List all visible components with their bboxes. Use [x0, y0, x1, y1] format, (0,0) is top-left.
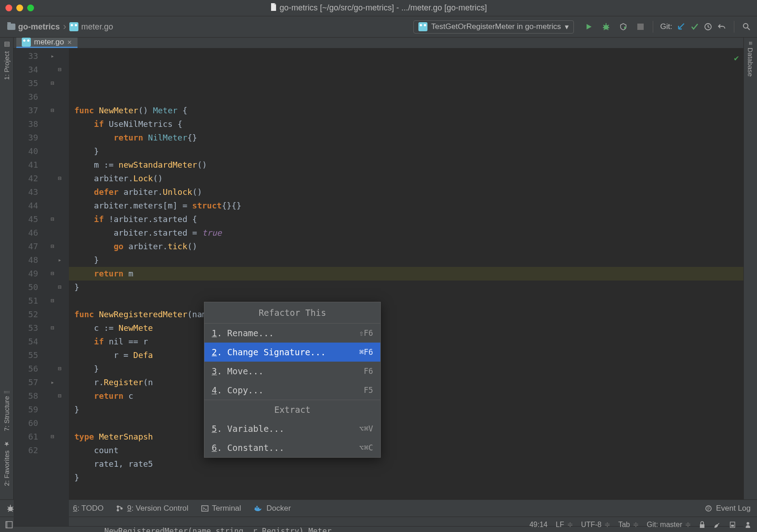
folder-icon: [7, 24, 15, 30]
line-numbers: 3334353637383940414243444546474849505152…: [14, 48, 43, 526]
refactor-move[interactable]: 3. Move...F6: [204, 362, 380, 381]
close-icon[interactable]: ✕: [67, 39, 72, 46]
titlebar: go-metrics [~/go/src/go-metrics] - .../m…: [0, 0, 757, 16]
window-title: go-metrics [~/go/src/go-metrics] - .../m…: [0, 3, 757, 13]
editor-tab-meter-go[interactable]: meter.go ✕: [16, 38, 78, 48]
popup-title: Refactor This: [204, 302, 380, 323]
go-test-icon: [418, 22, 427, 31]
quick-toolwindow-button[interactable]: [5, 521, 13, 528]
run-config-label: TestGetOrRegisterMeter in go-metrics: [431, 22, 561, 31]
chevron-right-icon: ›: [63, 21, 66, 33]
refactor-this-popup: Refactor This 1. Rename...⇧F6 2. Change …: [204, 302, 381, 458]
inspection-ok-icon: ✔: [734, 51, 739, 65]
stop-button[interactable]: [636, 22, 645, 32]
breadcrumb-file[interactable]: meter.go: [68, 22, 115, 32]
editor-surface[interactable]: ✔ 33343536373839404142434445464748495051…: [14, 48, 743, 526]
minimize-window[interactable]: [16, 5, 23, 11]
refactor-rename[interactable]: 1. Rename...⇧F6: [204, 323, 380, 343]
structure-toolwindow-button[interactable]: 7: Structure⦙⦙: [3, 391, 10, 431]
go-file-icon: [22, 38, 31, 47]
run-with-coverage-button[interactable]: [618, 22, 628, 32]
extract-constant[interactable]: 6. Constant...⌥⌘C: [204, 438, 380, 457]
left-tool-stripe: 1: Project▤ 7: Structure⦙⦙ 2: Favorites★: [0, 38, 14, 499]
refactor-copy[interactable]: 4. Copy...F5: [204, 381, 380, 400]
file-icon: [270, 3, 277, 11]
go-file-icon: [69, 22, 78, 31]
window-controls: [5, 5, 34, 11]
zoom-window[interactable]: [27, 5, 34, 11]
favorites-toolwindow-button[interactable]: 2: Favorites★: [3, 440, 10, 486]
svg-point-3: [743, 24, 748, 28]
popup-section-extract: Extract: [204, 400, 380, 419]
navigation-bar: go-metrics › meter.go TestGetOrRegisterM…: [0, 16, 757, 38]
breadcrumb: go-metrics › meter.go: [5, 21, 115, 33]
code-area[interactable]: func NewMeter() Meter { if UseNilMetrics…: [69, 48, 743, 526]
svg-point-19: [747, 522, 749, 525]
project-toolwindow-button[interactable]: 1: Project▤: [3, 41, 10, 80]
editor-tabs: meter.go ✕: [14, 38, 743, 48]
editor: meter.go ✕ ✔ 333435363738394041424344454…: [14, 38, 743, 499]
search-button[interactable]: [742, 22, 752, 32]
git-revert-button[interactable]: [717, 22, 727, 32]
git-update-button[interactable]: [676, 22, 686, 32]
git-history-button[interactable]: [703, 22, 713, 32]
svg-rect-1: [637, 24, 644, 30]
close-window[interactable]: [5, 5, 12, 11]
glyph-gutter: ▸⊟⊟⊟⊟⊟⊟▸⊟⊟⊟⊟⊟▸⊟⊟: [43, 48, 69, 526]
run-configuration-selector[interactable]: TestGetOrRegisterMeter in go-metrics ▾: [413, 20, 573, 34]
run-button[interactable]: [584, 22, 594, 32]
git-commit-button[interactable]: [689, 22, 699, 32]
breadcrumb-project[interactable]: go-metrics: [5, 22, 62, 32]
hector-icon[interactable]: [744, 521, 752, 528]
chevron-down-icon: ▾: [565, 22, 569, 32]
right-tool-stripe: ≡Database: [743, 38, 757, 499]
tab-label: meter.go: [34, 38, 64, 47]
git-label: Git:: [660, 22, 672, 31]
refactor-change-signature[interactable]: 2. Change Signature...⌘F6: [204, 343, 380, 362]
debug-button[interactable]: [601, 22, 611, 32]
database-toolwindow-button[interactable]: ≡Database: [747, 41, 754, 77]
extract-variable[interactable]: 5. Variable...⌥⌘V: [204, 419, 380, 438]
svg-rect-15: [6, 522, 8, 528]
